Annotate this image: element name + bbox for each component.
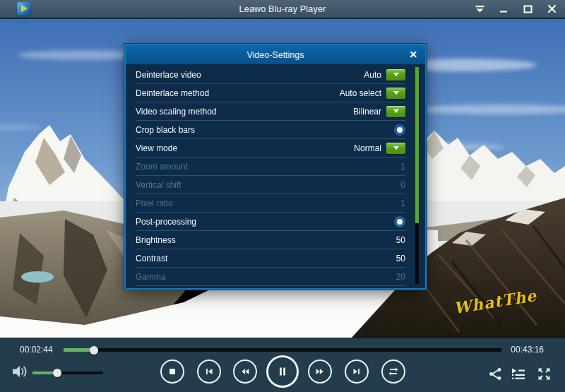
video-stage: WhatThe Video-Settings ✕ Deinterlace vid…	[0, 21, 565, 338]
settings-row: Crop black bars	[136, 121, 405, 139]
setting-label: Contrast	[136, 254, 167, 263]
share-icon[interactable]	[488, 367, 503, 384]
seek-bar[interactable]	[64, 348, 501, 352]
settings-row: Gamma20	[136, 268, 405, 286]
total-duration: 00:43:16	[511, 345, 544, 355]
pause-button[interactable]	[266, 355, 299, 388]
dropdown-button[interactable]	[386, 106, 405, 117]
volume-slider[interactable]	[32, 372, 103, 374]
video-settings-dialog: Video-Settings ✕ Deinterlace videoAutoDe…	[124, 44, 427, 290]
dropdown-button[interactable]	[386, 143, 405, 154]
setting-value: 0	[400, 180, 405, 190]
setting-value: 1	[400, 162, 405, 172]
setting-label: Crop black bars	[136, 125, 195, 135]
setting-label: Zoom amount	[136, 162, 188, 172]
dropdown-button[interactable]	[386, 69, 405, 81]
control-bar: 00:02:44 00:43:16	[0, 338, 565, 392]
setting-label: Gamma	[136, 272, 166, 282]
dialog-title: Video-Settings	[246, 50, 304, 60]
setting-label: Vertical shift	[136, 180, 182, 190]
toggle-radio[interactable]	[394, 124, 405, 136]
dialog-close-icon[interactable]: ✕	[409, 48, 417, 61]
dropdown-button[interactable]	[386, 88, 405, 99]
minimize-icon[interactable]	[497, 4, 510, 15]
dropdown-value: Normal	[354, 143, 381, 153]
setting-value: 50	[396, 235, 405, 245]
settings-row: Contrast50	[136, 249, 405, 268]
toggle-radio[interactable]	[394, 216, 405, 227]
dropdown-value: Bilinear	[353, 107, 381, 117]
volume-thumb[interactable]	[53, 369, 61, 377]
scrollbar-thumb[interactable]	[415, 67, 419, 223]
dropdown-value: Auto	[364, 70, 381, 80]
rewind-button[interactable]	[233, 360, 257, 384]
settings-row: Vertical shift0	[136, 176, 405, 194]
setting-label: Deinterlace video	[136, 70, 201, 80]
volume-icon[interactable]	[11, 364, 28, 382]
setting-value: 1	[400, 198, 405, 208]
setting-label: Post-processing	[136, 217, 196, 227]
settings-row: Zoom amount1	[136, 158, 405, 176]
setting-value: 50	[396, 254, 405, 263]
settings-row: Deinterlace videoAuto	[136, 66, 405, 84]
maximize-icon[interactable]	[521, 4, 534, 15]
dropdown-value: Auto select	[340, 88, 381, 98]
settings-row: Deinterlace methodAuto select	[136, 84, 405, 102]
dialog-scrollbar[interactable]	[415, 67, 419, 284]
stop-button[interactable]	[160, 360, 184, 384]
next-button[interactable]	[345, 360, 369, 384]
seek-bar-thumb[interactable]	[90, 346, 98, 355]
titlebar: Leawo Blu-ray Player	[0, 0, 565, 18]
elapsed-time: 00:02:44	[20, 345, 53, 355]
dialog-body: Deinterlace videoAutoDeinterlace methodA…	[126, 64, 425, 288]
setting-label: Pixel ratio	[136, 198, 173, 208]
settings-row: Post-processing	[136, 213, 405, 231]
setting-label: Deinterlace method	[136, 88, 209, 98]
menu-icon[interactable]	[473, 4, 486, 15]
previous-button[interactable]	[197, 360, 221, 384]
fullscreen-icon[interactable]	[537, 367, 552, 384]
play-order-button[interactable]	[381, 360, 405, 384]
setting-value: 20	[396, 272, 405, 282]
settings-row: Brightness50	[136, 231, 405, 249]
settings-row: Video scaling methodBilinear	[136, 102, 405, 121]
setting-label: View mode	[136, 143, 177, 153]
settings-row: Pixel ratio1	[136, 194, 405, 213]
dialog-header: Video-Settings ✕	[126, 45, 425, 64]
setting-label: Video scaling method	[136, 107, 217, 117]
close-icon[interactable]	[545, 4, 558, 15]
setting-label: Brightness	[136, 235, 176, 245]
fast-forward-button[interactable]	[308, 360, 332, 384]
playlist-icon[interactable]	[510, 367, 525, 384]
settings-row: View modeNormal	[136, 139, 405, 158]
app-window: Leawo Blu-ray Player	[0, 0, 565, 392]
